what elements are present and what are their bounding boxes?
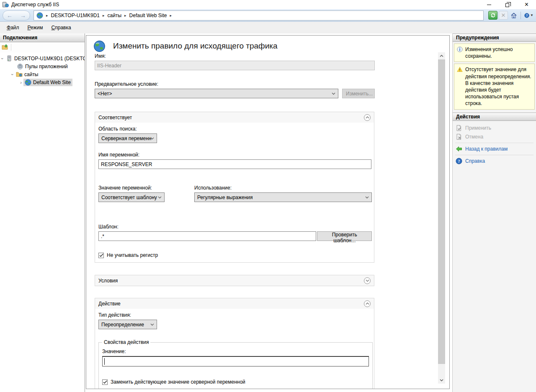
scrollbar-track[interactable]: [438, 59, 445, 377]
vertical-scrollbar[interactable]: [438, 52, 445, 384]
match-section-header[interactable]: Соответствует: [95, 112, 374, 123]
minimize-button[interactable]: [479, 0, 498, 9]
connections-toolbar: [0, 42, 85, 52]
breadcrumb-default-web-site[interactable]: Default Web Site: [129, 13, 167, 18]
forward-button[interactable]: →: [20, 13, 26, 18]
tree-item-app-pools[interactable]: Пулы приложений: [0, 62, 85, 70]
variable-name-field[interactable]: [98, 159, 371, 169]
text-caret: [104, 358, 105, 365]
chevron-down-icon: [150, 323, 154, 326]
site-globe-icon: [25, 79, 31, 86]
menu-help[interactable]: Справка: [47, 23, 75, 32]
replace-label: Заменить действующее значение серверной …: [111, 379, 245, 385]
stop-icon: ✕: [501, 12, 506, 18]
help-dropdown-caret-icon: ▼: [530, 13, 533, 17]
test-pattern-button[interactable]: Проверить шаблон...: [317, 231, 372, 241]
warning-alert-text: Отсутствует значение для действия переоп…: [465, 66, 533, 107]
globe-icon: [36, 12, 43, 19]
menu-bar: Файл Режим Справка: [0, 22, 536, 33]
tree-item-default-web-site[interactable]: › Default Web Site: [0, 78, 85, 86]
title-bar: Диспетчер служб IIS ×: [0, 0, 536, 9]
tree-label-server: DESKTOP-U1MK9D1 (DESKTOP: [14, 56, 85, 61]
precondition-label: Предварительное условие:: [95, 81, 375, 87]
action-section-header[interactable]: Действие: [95, 298, 374, 309]
svg-text:?: ?: [458, 159, 460, 164]
connections-header: Подключения: [0, 33, 85, 42]
tree-item-server[interactable]: › DESKTOP-U1MK9D1 (DESKTOP: [0, 54, 85, 62]
stop-button[interactable]: ✕: [499, 11, 508, 20]
back-to-rules-link[interactable]: Назад к правилам: [453, 145, 536, 153]
info-icon: [457, 46, 463, 52]
refresh-icon: [490, 13, 496, 18]
checkbox-checked-icon[interactable]: [98, 253, 104, 258]
close-button[interactable]: ×: [517, 0, 536, 9]
scroll-up-button[interactable]: [438, 52, 445, 59]
edit-precondition-button[interactable]: Изменить...: [342, 89, 375, 98]
expand-section-button[interactable]: [364, 277, 371, 284]
refresh-button[interactable]: [488, 11, 497, 20]
variable-name-label: Имя переменной:: [98, 152, 372, 158]
chevron-down-icon: [332, 92, 335, 95]
sites-folder-icon: [16, 71, 23, 78]
conditions-section-header[interactable]: Условия: [95, 275, 374, 286]
address-bar-buttons: ✕ ? ▼: [487, 11, 533, 20]
breadcrumb-server[interactable]: DESKTOP-U1MK9D1: [51, 13, 100, 18]
help-link[interactable]: ? Справка: [453, 157, 536, 165]
home-icon: [510, 12, 517, 19]
variable-value-select[interactable]: Соответствует шаблону: [98, 192, 165, 202]
navigation-pill: ← →: [3, 10, 30, 20]
menu-mode[interactable]: Режим: [23, 23, 47, 32]
selected-tree-item: Default Web Site: [23, 79, 72, 86]
back-button[interactable]: ←: [7, 13, 13, 18]
tree-item-sites[interactable]: › сайты: [0, 70, 85, 78]
help-button[interactable]: ? ▼: [524, 11, 533, 20]
actions-separator: [455, 155, 533, 155]
restore-button[interactable]: [498, 0, 517, 9]
tree-label-app-pools: Пулы приложений: [25, 64, 68, 69]
pattern-field[interactable]: [98, 231, 316, 241]
action-type-select[interactable]: Переопределение: [98, 320, 157, 329]
scroll-down-button[interactable]: [438, 377, 445, 384]
application-pools-icon: [17, 63, 23, 70]
server-icon: [6, 55, 13, 62]
alerts-header: Предупреждения: [453, 33, 536, 42]
cancel-icon: [456, 133, 462, 140]
iis-app-icon: [2, 1, 9, 8]
info-alert: Изменения успешно сохранены.: [454, 44, 535, 62]
scope-label: Область поиска:: [98, 126, 372, 132]
action-type-label: Тип действия:: [98, 312, 372, 318]
page-header: Изменить правило для исходящего трафика: [86, 36, 449, 52]
replace-checkbox-row[interactable]: Заменить действующее значение серверной …: [102, 379, 369, 385]
using-label: Использование:: [194, 185, 372, 191]
collapse-icon[interactable]: ›: [0, 56, 5, 61]
scrollbar-thumb[interactable]: [438, 59, 445, 364]
action-value-field[interactable]: [102, 356, 369, 366]
save-connections-icon[interactable]: [2, 44, 8, 51]
collapse-icon[interactable]: ›: [10, 72, 15, 77]
precondition-select[interactable]: <Нет>: [95, 89, 338, 98]
breadcrumb-sites[interactable]: сайты: [108, 13, 122, 18]
home-button[interactable]: [509, 11, 518, 20]
action-properties-group: Свойства действия Значение: Заменить: [98, 339, 373, 389]
collapse-section-button[interactable]: [364, 300, 371, 307]
breadcrumb-arrow-icon: ▸: [124, 13, 126, 18]
collapse-section-button[interactable]: [364, 114, 371, 121]
ignore-case-checkbox-row[interactable]: Не учитывать регистр: [98, 252, 372, 258]
warning-alert: Отсутствует значение для действия переоп…: [454, 64, 535, 109]
minimize-icon: [487, 5, 491, 5]
breadcrumb[interactable]: ▸ DESKTOP-U1MK9D1 ▸ сайты ▸ Default Web …: [34, 10, 484, 20]
connections-tree: › DESKTOP-U1MK9D1 (DESKTOP Пулы приложен…: [0, 52, 85, 392]
chevron-up-icon: [366, 302, 369, 305]
cancel-button[interactable]: Отмена: [453, 133, 536, 141]
using-select[interactable]: Регулярные выражения: [194, 192, 372, 202]
help-icon: ?: [524, 12, 529, 19]
svg-text:?: ?: [526, 14, 528, 18]
checkbox-checked-icon[interactable]: [102, 379, 108, 385]
scope-select[interactable]: Серверная переменн: [98, 133, 157, 143]
expand-icon[interactable]: ›: [18, 80, 23, 85]
apply-button[interactable]: Применить: [453, 124, 536, 132]
pattern-label: Шаблон:: [98, 224, 372, 230]
toolbar-divider: [521, 12, 521, 19]
menu-file[interactable]: Файл: [3, 23, 23, 32]
action-properties-legend: Свойства действия: [102, 339, 150, 345]
